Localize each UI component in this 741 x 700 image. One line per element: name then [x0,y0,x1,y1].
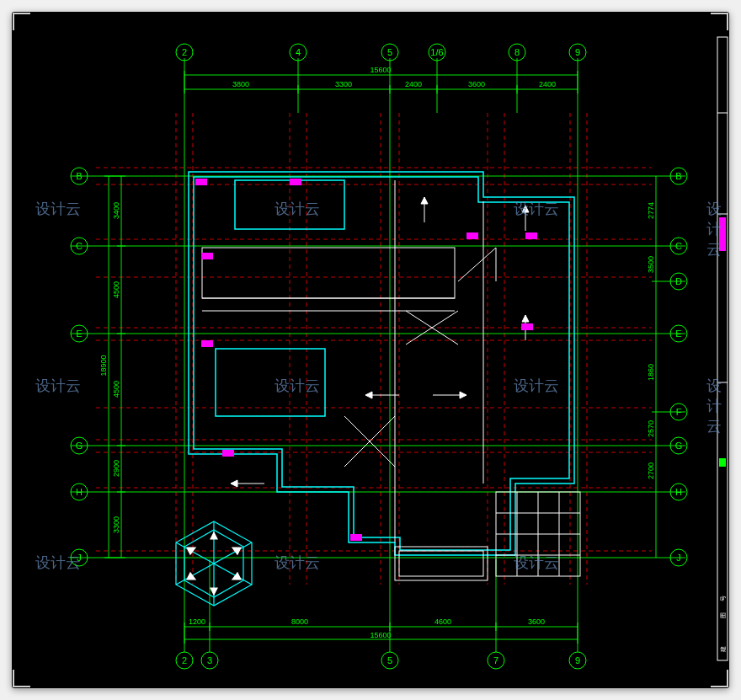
svg-text:C: C [76,241,83,251]
svg-line-168 [214,542,252,564]
svg-text:3800: 3800 [232,80,249,88]
svg-text:图: 图 [720,612,726,618]
svg-text:8: 8 [514,47,520,57]
svg-text:18900: 18900 [99,355,108,376]
svg-marker-173 [211,532,217,539]
svg-rect-185 [521,323,533,330]
svg-marker-176 [211,588,217,595]
cad-canvas[interactable]: 15600 3800 3300 2400 3600 2400 18900 340… [12,12,729,688]
grid-bubbles-bottom: 2 3 5 7 9 [176,652,586,669]
svg-marker-175 [232,573,241,580]
svg-rect-181 [201,253,213,259]
grid-bubbles-top: 2 4 5 1/6 8 9 [176,44,586,61]
svg-text:7: 7 [493,655,498,665]
svg-text:8000: 8000 [291,617,308,626]
svg-text:4500: 4500 [112,381,120,398]
svg-text:9: 9 [575,655,580,665]
structural-grid-red [96,113,652,585]
svg-marker-164 [421,197,428,204]
svg-rect-180 [290,179,301,185]
svg-rect-151 [395,547,488,580]
grid-bubbles-left: B C E G H J [71,168,88,566]
axis-grid-green [71,58,685,652]
title-block: 图 号 建 [717,37,728,660]
dim-right: 2774 3500 1860 2570 2700 [647,202,655,479]
svg-text:H: H [76,487,83,497]
svg-line-172 [176,542,214,564]
svg-rect-187 [350,534,362,541]
svg-text:C: C [675,241,682,251]
svg-rect-182 [466,232,478,239]
svg-text:D: D [675,276,682,286]
svg-rect-184 [201,340,213,347]
svg-rect-188 [717,37,728,660]
svg-text:1/6: 1/6 [430,47,443,57]
svg-text:9: 9 [575,47,580,57]
svg-text:1860: 1860 [647,364,655,381]
svg-text:3300: 3300 [335,80,352,88]
svg-text:15600: 15600 [370,66,391,74]
dim-top: 15600 3800 3300 2400 3600 2400 [232,66,556,88]
svg-text:3300: 3300 [112,516,120,533]
svg-text:3400: 3400 [112,202,120,219]
svg-text:4: 4 [296,47,301,57]
svg-text:G: G [675,441,683,451]
svg-text:3600: 3600 [528,617,545,626]
dim-left: 18900 3400 4500 4500 2900 3300 [99,202,120,533]
svg-text:2570: 2570 [647,420,655,437]
room-tags-magenta [195,179,537,541]
svg-rect-186 [222,450,234,457]
svg-text:2: 2 [182,47,187,57]
svg-text:4600: 4600 [434,617,451,626]
hexagon-gazebo [176,521,252,606]
svg-text:2774: 2774 [647,202,655,219]
svg-text:J: J [676,553,681,563]
svg-marker-162 [522,315,529,322]
svg-line-171 [176,564,214,585]
svg-text:5: 5 [387,655,392,665]
dim-bottom: 1200 8000 4600 3600 15600 [189,617,545,639]
svg-text:2: 2 [182,655,187,665]
svg-text:5: 5 [387,47,392,57]
svg-text:2700: 2700 [647,462,655,479]
grid-bubbles-right: B C D E F G H J [670,168,687,566]
svg-text:2900: 2900 [112,460,120,477]
svg-text:号: 号 [720,596,726,601]
svg-rect-134 [216,349,325,416]
plan-lines-white [202,180,580,580]
page-corners [13,13,728,687]
svg-text:G: G [76,441,83,451]
svg-text:1200: 1200 [189,617,205,626]
drawing-sheet: 15600 3800 3300 2400 3600 2400 18900 340… [12,12,729,688]
svg-text:3: 3 [207,655,212,665]
svg-rect-193 [719,458,726,467]
svg-text:15600: 15600 [370,631,391,639]
svg-text:J: J [77,553,82,563]
svg-text:F: F [676,407,682,417]
svg-text:H: H [675,487,682,497]
svg-text:3600: 3600 [468,80,485,88]
svg-text:3500: 3500 [647,256,655,273]
svg-text:建: 建 [720,646,726,653]
svg-marker-154 [231,480,237,487]
svg-marker-177 [187,573,195,580]
svg-marker-156 [460,392,466,398]
svg-rect-135 [202,248,455,298]
svg-text:2400: 2400 [405,80,422,88]
svg-marker-158 [365,392,372,398]
svg-text:B: B [675,171,681,181]
svg-text:E: E [76,329,82,339]
roof-outline-cyan [189,172,574,555]
svg-marker-178 [187,548,195,554]
svg-text:E: E [675,329,681,339]
svg-marker-160 [522,206,529,212]
svg-rect-183 [525,232,537,239]
svg-text:2400: 2400 [539,80,556,88]
svg-rect-179 [195,179,207,185]
svg-rect-192 [719,217,726,251]
svg-text:B: B [76,171,82,181]
svg-line-169 [214,564,252,585]
svg-text:4500: 4500 [112,281,120,298]
